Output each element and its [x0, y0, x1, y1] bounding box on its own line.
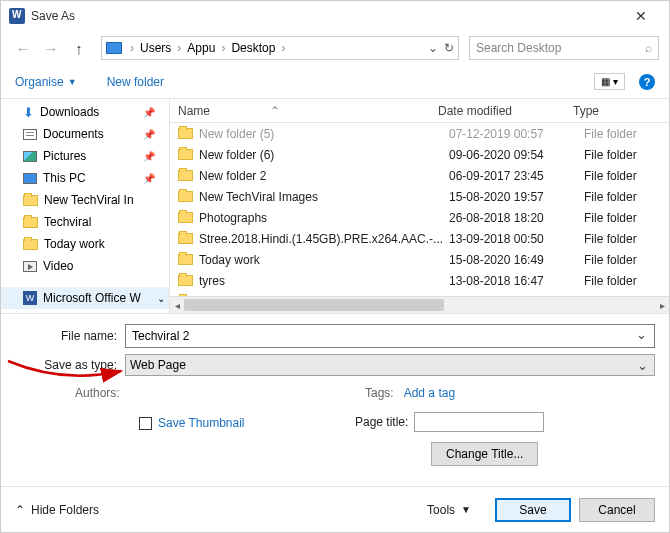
- filename-input[interactable]: [125, 324, 655, 348]
- table-row[interactable]: Photographs26-08-2018 18:20File folder: [170, 207, 669, 228]
- thispc-icon: [23, 173, 37, 184]
- file-date: 13-08-2018 16:47: [449, 274, 584, 288]
- hide-folders-button[interactable]: ⌃ Hide Folders: [15, 503, 99, 517]
- file-type: File folder: [584, 253, 669, 267]
- file-date: 07-12-2019 00:57: [449, 127, 584, 141]
- file-date: 06-09-2017 23:45: [449, 169, 584, 183]
- breadcrumb-appu[interactable]: Appu: [185, 41, 217, 55]
- file-name: New folder 2: [199, 169, 449, 183]
- save-form: File name: Save as type: Web Page Author…: [1, 313, 669, 466]
- horizontal-scrollbar[interactable]: ◂ ▸: [170, 296, 669, 313]
- tags-label: Tags:: [365, 386, 394, 400]
- table-row[interactable]: tyres13-08-2018 16:47File folder: [170, 270, 669, 291]
- folder-icon: [23, 195, 38, 206]
- document-icon: [23, 129, 37, 140]
- folder-icon: [178, 191, 193, 202]
- authors-label: Authors:: [75, 386, 120, 400]
- file-name: tyres: [199, 274, 449, 288]
- up-button[interactable]: ↑: [67, 36, 91, 60]
- file-name: Photographs: [199, 211, 449, 225]
- toolbar: Organise ▼ New folder ▦ ▾ ?: [1, 65, 669, 99]
- checkbox-icon[interactable]: [139, 417, 152, 430]
- view-options-button[interactable]: ▦ ▾: [594, 73, 625, 90]
- folder-icon: [178, 275, 193, 286]
- header-name[interactable]: Name: [178, 104, 210, 118]
- sort-indicator-icon: ⌃: [270, 104, 280, 118]
- breadcrumb-users[interactable]: Users: [138, 41, 173, 55]
- download-icon: ⬇: [23, 105, 34, 120]
- word-icon: W: [23, 291, 37, 305]
- save-button[interactable]: Save: [495, 498, 571, 522]
- sidebar-item-techviral[interactable]: Techviral: [1, 211, 169, 233]
- file-date: 15-08-2020 16:49: [449, 253, 584, 267]
- breadcrumb-desktop[interactable]: Desktop: [229, 41, 277, 55]
- pc-icon: [106, 42, 122, 54]
- header-type[interactable]: Type: [573, 104, 669, 118]
- forward-button[interactable]: →: [39, 36, 63, 60]
- sidebar-item-thispc[interactable]: This PC📌: [1, 167, 169, 189]
- pictures-icon: [23, 151, 37, 162]
- file-name: Today work: [199, 253, 449, 267]
- organise-button[interactable]: Organise: [15, 75, 64, 89]
- cancel-button[interactable]: Cancel: [579, 498, 655, 522]
- chevron-up-icon: ⌃: [15, 503, 25, 517]
- scroll-right-icon[interactable]: ▸: [655, 297, 669, 313]
- file-date: 09-06-2020 09:54: [449, 148, 584, 162]
- change-title-button[interactable]: Change Title...: [431, 442, 538, 466]
- sidebar-item-pictures[interactable]: Pictures📌: [1, 145, 169, 167]
- sidebar-item-newtechviral[interactable]: New TechViral In: [1, 189, 169, 211]
- sidebar-item-documents[interactable]: Documents📌: [1, 123, 169, 145]
- table-row[interactable]: New folder (6)09-06-2020 09:54File folde…: [170, 144, 669, 165]
- page-title-input[interactable]: [414, 412, 544, 432]
- sidebar-item-todaywork[interactable]: Today work: [1, 233, 169, 255]
- scroll-left-icon[interactable]: ◂: [170, 297, 184, 313]
- saveastype-select[interactable]: Web Page: [125, 354, 655, 376]
- add-tag-link[interactable]: Add a tag: [404, 386, 455, 400]
- tools-menu[interactable]: Tools: [427, 503, 455, 517]
- search-input[interactable]: Search Desktop ⌕: [469, 36, 659, 60]
- table-row[interactable]: New folder 206-09-2017 23:45File folder: [170, 165, 669, 186]
- sidebar: ⬇Downloads📌 Documents📌 Pictures📌 This PC…: [1, 99, 169, 313]
- folder-icon: [23, 217, 38, 228]
- file-list-header[interactable]: Name⌃ Date modified Type: [170, 99, 669, 123]
- footer: ⌃ Hide Folders Tools ▼ Save Cancel: [1, 486, 669, 532]
- sidebar-item-video[interactable]: Video: [1, 255, 169, 277]
- file-list: Name⌃ Date modified Type New folder (5)0…: [169, 99, 669, 313]
- file-type: File folder: [584, 190, 669, 204]
- new-folder-button[interactable]: New folder: [107, 75, 164, 89]
- pin-icon: 📌: [143, 129, 155, 140]
- scroll-thumb[interactable]: [184, 299, 444, 311]
- refresh-icon[interactable]: ↻: [444, 41, 454, 55]
- saveastype-label: Save as type:: [15, 358, 125, 372]
- file-type: File folder: [584, 274, 669, 288]
- table-row[interactable]: Today work15-08-2020 16:49File folder: [170, 249, 669, 270]
- help-button[interactable]: ?: [639, 74, 655, 90]
- file-type: File folder: [584, 169, 669, 183]
- sidebar-item-downloads[interactable]: ⬇Downloads📌: [1, 101, 169, 123]
- file-type: File folder: [584, 232, 669, 246]
- folder-icon: [178, 233, 193, 244]
- address-dropdown-icon[interactable]: ⌄: [428, 41, 438, 55]
- sidebar-item-msoffice[interactable]: WMicrosoft Office W⌄: [1, 287, 169, 309]
- address-bar[interactable]: › Users › Appu › Desktop › ⌄↻: [101, 36, 459, 60]
- file-name: New folder (5): [199, 127, 449, 141]
- word-app-icon: [9, 8, 25, 24]
- search-icon: ⌕: [645, 41, 652, 55]
- file-date: 15-08-2020 19:57: [449, 190, 584, 204]
- table-row[interactable]: New folder (5)07-12-2019 00:57File folde…: [170, 123, 669, 144]
- tools-dropdown-icon[interactable]: ▼: [461, 504, 471, 515]
- video-icon: [23, 261, 37, 272]
- folder-icon: [178, 128, 193, 139]
- organise-dropdown-icon[interactable]: ▼: [68, 77, 77, 87]
- page-title-label: Page title:: [355, 415, 408, 429]
- folder-icon: [178, 212, 193, 223]
- header-date[interactable]: Date modified: [438, 104, 573, 118]
- file-date: 13-09-2018 00:50: [449, 232, 584, 246]
- file-type: File folder: [584, 148, 669, 162]
- back-button[interactable]: ←: [11, 36, 35, 60]
- pin-icon: 📌: [143, 173, 155, 184]
- table-row[interactable]: New TechViral Images15-08-2020 19:57File…: [170, 186, 669, 207]
- folder-icon: [23, 239, 38, 250]
- close-button[interactable]: ✕: [621, 1, 661, 31]
- table-row[interactable]: Stree.2018.Hindi.(1.45GB).PRE.x264.AAC.-…: [170, 228, 669, 249]
